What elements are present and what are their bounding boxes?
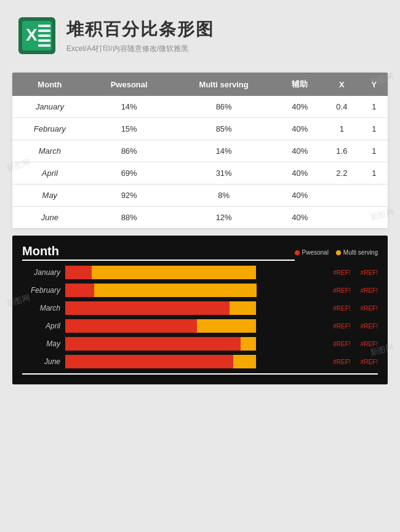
- ref-label-1: #REF!: [333, 323, 350, 330]
- ref-label-2: #REF!: [361, 323, 378, 330]
- table-row: February 15% 85% 40% 1 1: [12, 118, 388, 140]
- bar-orange: [197, 319, 256, 333]
- svg-rect-4: [38, 30, 50, 32]
- col-pwesonal: Pwesonal: [87, 73, 171, 96]
- table-body: January 14% 86% 40% 0.4 1 February 15% 8…: [12, 96, 388, 228]
- cell-aux: 40%: [277, 207, 323, 229]
- table-row: April 69% 31% 40% 2.2 1: [12, 162, 388, 185]
- legend-dot-multi: [336, 250, 341, 255]
- chart-bar-row: April #REF! #REF!: [22, 319, 378, 333]
- cell-month: February: [12, 118, 87, 140]
- cell-month: January: [12, 96, 87, 118]
- bar-red: [65, 319, 197, 333]
- svg-rect-3: [38, 25, 50, 27]
- cell-month: June: [12, 207, 87, 229]
- cell-y: [361, 207, 388, 229]
- header-text: 堆积百分比条形图 Excel/A4打印/内容随意修改/微软雅黑: [66, 18, 214, 54]
- svg-rect-7: [38, 44, 50, 47]
- cell-pwesonal: 86%: [87, 140, 171, 162]
- header: X 堆积百分比条形图 Excel/A4打印/内容随意修改/微软雅黑: [0, 0, 400, 66]
- chart-bar-row: May #REF! #REF!: [22, 337, 378, 351]
- chart-rows: January #REF! #REF! February #REF! #REF!…: [22, 266, 378, 368]
- bar-label: May: [22, 339, 60, 348]
- cell-y: 1: [361, 96, 388, 118]
- cell-aux: 40%: [277, 162, 323, 185]
- bar-red: [65, 266, 92, 279]
- cell-pwesonal: 15%: [87, 118, 171, 140]
- bar-container: [65, 337, 324, 351]
- bar-label: April: [22, 322, 60, 330]
- svg-text:X: X: [26, 25, 38, 44]
- cell-aux: 40%: [277, 96, 323, 118]
- page-title: 堆积百分比条形图: [66, 18, 214, 41]
- ref-label-1: #REF!: [333, 305, 350, 312]
- bar-container: [65, 266, 324, 279]
- chart-section: Month Pwesonal Multi serving January #RE…: [12, 236, 388, 384]
- bar-container: [65, 319, 324, 333]
- ref-label-1: #REF!: [333, 269, 350, 276]
- data-table: Month Pwesonal Multi serving 辅助 X Y Janu…: [12, 73, 388, 228]
- col-aux: 辅助: [277, 73, 323, 96]
- ref-label-1: #REF!: [333, 341, 350, 347]
- cell-aux: 40%: [277, 140, 323, 162]
- cell-pwesonal: 14%: [87, 96, 171, 118]
- bar-orange: [230, 301, 256, 315]
- ref-label-1: #REF!: [333, 359, 350, 365]
- bar-red: [65, 284, 94, 297]
- table-section: Month Pwesonal Multi serving 辅助 X Y Janu…: [12, 73, 388, 228]
- chart-legend: Pwesonal Multi serving: [295, 249, 378, 256]
- chart-header: Month Pwesonal Multi serving: [22, 244, 378, 261]
- ref-label-2: #REF!: [361, 287, 378, 294]
- table-row: June 88% 12% 40%: [12, 207, 388, 229]
- chart-title-container: Month: [22, 244, 295, 261]
- cell-pwesonal: 92%: [87, 185, 171, 207]
- bar-orange: [241, 337, 256, 351]
- cell-aux: 40%: [277, 185, 323, 207]
- cell-multi: 31%: [171, 162, 277, 185]
- ref-label-2: #REF!: [361, 359, 378, 365]
- cell-x: 0.4: [323, 96, 361, 118]
- bar-container: [65, 301, 324, 315]
- cell-y: 1: [361, 140, 388, 162]
- col-multi: Multi serving: [171, 73, 277, 96]
- ref-label-1: #REF!: [333, 287, 350, 294]
- chart-bar-row: February #REF! #REF!: [22, 284, 378, 297]
- bar-label: March: [22, 304, 60, 312]
- cell-multi: 12%: [171, 207, 277, 229]
- svg-rect-5: [38, 34, 50, 37]
- bar-label: June: [22, 357, 60, 366]
- chart-bottom-line: [22, 373, 378, 375]
- cell-pwesonal: 69%: [87, 162, 171, 185]
- bar-orange: [233, 355, 256, 368]
- col-y: Y: [361, 73, 388, 96]
- legend-item-multi: Multi serving: [336, 249, 378, 256]
- cell-month: March: [12, 140, 87, 162]
- cell-y: [361, 185, 388, 207]
- cell-y: 1: [361, 118, 388, 140]
- cell-month: May: [12, 185, 87, 207]
- table-row: January 14% 86% 40% 0.4 1: [12, 96, 388, 118]
- table-header-row: Month Pwesonal Multi serving 辅助 X Y: [12, 73, 388, 96]
- chart-bar-row: January #REF! #REF!: [22, 266, 378, 279]
- svg-rect-6: [38, 39, 50, 42]
- cell-aux: 40%: [277, 118, 323, 140]
- col-x: X: [323, 73, 361, 96]
- excel-icon: X: [18, 17, 55, 54]
- bar-label: February: [22, 286, 60, 295]
- bar-red: [65, 301, 230, 315]
- bar-red: [65, 355, 233, 368]
- cell-pwesonal: 88%: [87, 207, 171, 229]
- bar-orange: [92, 266, 256, 279]
- bar-label: January: [22, 268, 60, 277]
- page-subtitle: Excel/A4打印/内容随意修改/微软雅黑: [66, 44, 214, 54]
- chart-bar-row: March #REF! #REF!: [22, 301, 378, 315]
- legend-label-multi: Multi serving: [343, 249, 378, 256]
- cell-x: [323, 207, 361, 229]
- table-row: May 92% 8% 40%: [12, 185, 388, 207]
- cell-multi: 8%: [171, 185, 277, 207]
- bar-orange: [94, 284, 257, 297]
- bar-container: [65, 355, 324, 368]
- cell-multi: 85%: [171, 118, 277, 140]
- bar-container: [65, 284, 324, 297]
- chart-title: Month: [22, 244, 295, 258]
